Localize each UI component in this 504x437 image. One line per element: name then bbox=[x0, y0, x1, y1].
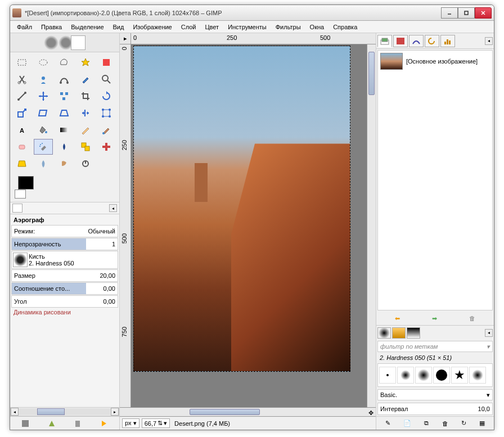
undo-tab-icon[interactable] bbox=[425, 35, 439, 47]
layers-list[interactable]: [Основное изображение] bbox=[377, 50, 493, 310]
tool-pencil[interactable] bbox=[76, 122, 95, 138]
paths-tab-icon[interactable] bbox=[409, 35, 424, 47]
delete-brush-icon[interactable]: 🗑 bbox=[442, 420, 448, 427]
tool-ink[interactable] bbox=[55, 139, 74, 155]
layers-tab-icon[interactable] bbox=[377, 35, 392, 47]
tool-rect-select[interactable] bbox=[12, 55, 32, 70]
tool-crop[interactable] bbox=[76, 88, 95, 104]
tool-scissors[interactable] bbox=[12, 71, 32, 87]
tool-align[interactable] bbox=[55, 88, 74, 104]
tool-eraser[interactable] bbox=[12, 139, 32, 155]
menu-help[interactable]: Справка bbox=[330, 22, 361, 31]
mode-value[interactable]: Обычный bbox=[86, 228, 118, 235]
open-as-image-icon[interactable]: ▦ bbox=[479, 420, 485, 427]
tool-cage[interactable] bbox=[97, 105, 116, 121]
angle-field[interactable]: Угол 0,00 bbox=[11, 295, 118, 308]
tool-text[interactable]: A bbox=[12, 122, 32, 138]
tool-foreground-select[interactable] bbox=[34, 71, 53, 87]
refresh-brush-icon[interactable]: ↻ bbox=[461, 420, 466, 427]
tool-blend[interactable] bbox=[55, 122, 74, 138]
tool-measure[interactable] bbox=[12, 88, 32, 104]
brushes-tab-icon[interactable] bbox=[377, 327, 391, 339]
scroll-left-icon[interactable]: ◂ bbox=[11, 408, 19, 416]
gradients-tab-icon[interactable] bbox=[407, 327, 420, 339]
tool-blur[interactable] bbox=[34, 156, 53, 172]
duplicate-brush-icon[interactable]: ⧉ bbox=[424, 420, 429, 427]
layer-item[interactable]: [Основное изображение] bbox=[378, 51, 492, 72]
minimize-button[interactable] bbox=[441, 7, 458, 19]
menu-select[interactable]: Выделение bbox=[68, 22, 107, 31]
tool-flip[interactable] bbox=[76, 105, 95, 121]
options-hscroll[interactable]: ◂ ▸ bbox=[10, 407, 119, 416]
restore-preset-icon[interactable] bbox=[47, 419, 56, 428]
tool-rotate[interactable] bbox=[97, 88, 116, 104]
brush-selector[interactable]: Кисть 2. Hardness 050 bbox=[11, 251, 118, 269]
brush-filter-input[interactable]: фильтр по меткам ▾ bbox=[377, 341, 493, 352]
tool-perspective-clone[interactable] bbox=[12, 156, 32, 172]
tool-airbrush[interactable] bbox=[34, 139, 53, 155]
background-color[interactable] bbox=[15, 190, 26, 199]
maximize-button[interactable] bbox=[458, 7, 475, 19]
menu-color[interactable]: Цвет bbox=[201, 22, 222, 31]
menu-view[interactable]: Вид bbox=[110, 22, 128, 31]
panel-menu-icon[interactable]: ◂ bbox=[485, 37, 493, 45]
size-field[interactable]: Размер 20,00 bbox=[11, 269, 118, 282]
opacity-slider[interactable]: Непрозрачность 1 bbox=[11, 238, 118, 250]
delete-layer-icon[interactable]: 🗑 bbox=[469, 315, 475, 322]
tool-bucket-fill[interactable] bbox=[34, 122, 53, 138]
brush-hard-icon[interactable] bbox=[436, 370, 447, 381]
menu-image[interactable]: Изображение bbox=[129, 22, 175, 31]
panel-menu-icon[interactable]: ◂ bbox=[485, 329, 493, 337]
tool-ellipse-select[interactable] bbox=[34, 55, 53, 70]
menu-filters[interactable]: Фильтры bbox=[272, 22, 304, 31]
color-swatches[interactable] bbox=[10, 174, 119, 202]
tool-color-picker[interactable] bbox=[76, 71, 95, 87]
new-brush-icon[interactable]: 📄 bbox=[403, 420, 411, 427]
tool-perspective[interactable] bbox=[55, 105, 74, 121]
aspect-ratio-field[interactable]: Соотношение сто... 0,00 bbox=[11, 282, 118, 295]
tool-shear[interactable] bbox=[34, 105, 53, 121]
next-layer-icon[interactable]: ➡ bbox=[432, 315, 437, 322]
tool-smudge[interactable] bbox=[55, 156, 74, 172]
brush-star-icon[interactable]: ★ bbox=[454, 368, 465, 382]
brush-soft-icon[interactable] bbox=[417, 369, 430, 381]
tool-color-select[interactable] bbox=[97, 55, 116, 70]
panel-menu-icon[interactable]: ◂ bbox=[109, 204, 117, 212]
foreground-color[interactable] bbox=[18, 176, 34, 190]
tool-scale[interactable] bbox=[12, 105, 32, 121]
quick-mask-icon[interactable] bbox=[120, 408, 131, 416]
brush-soft-icon[interactable] bbox=[400, 370, 411, 380]
histogram-tab-icon[interactable] bbox=[440, 35, 455, 47]
ruler-corner[interactable]: ▸ bbox=[120, 33, 131, 44]
canvas-vscroll[interactable] bbox=[367, 44, 376, 407]
close-button[interactable] bbox=[475, 7, 492, 19]
edit-brush-icon[interactable]: ✎ bbox=[385, 420, 390, 427]
canvas[interactable] bbox=[131, 44, 367, 407]
save-preset-icon[interactable] bbox=[21, 419, 30, 428]
image-content[interactable] bbox=[133, 46, 350, 372]
brush-grid[interactable]: ★ bbox=[377, 363, 493, 387]
zoom-selector[interactable]: 66,7⇅▾ bbox=[142, 418, 170, 428]
tool-options-tab-icon[interactable] bbox=[12, 204, 22, 213]
canvas-hscroll[interactable] bbox=[131, 408, 366, 416]
scroll-right-icon[interactable]: ▸ bbox=[111, 408, 119, 416]
menu-file[interactable]: Файл bbox=[14, 22, 35, 31]
menu-windows[interactable]: Окна bbox=[307, 22, 328, 31]
tool-dodge[interactable] bbox=[76, 156, 95, 172]
menu-tools[interactable]: Инструменты bbox=[224, 22, 270, 31]
tool-paths[interactable] bbox=[55, 71, 74, 87]
tool-zoom[interactable] bbox=[97, 71, 116, 87]
tool-paintbrush[interactable] bbox=[97, 122, 116, 138]
brush-dot-icon[interactable] bbox=[386, 374, 389, 376]
delete-preset-icon[interactable] bbox=[73, 419, 82, 428]
reset-icon[interactable] bbox=[100, 419, 109, 428]
tool-fuzzy-select[interactable] bbox=[76, 55, 95, 70]
tool-free-select[interactable] bbox=[55, 55, 74, 70]
tool-heal[interactable] bbox=[97, 139, 116, 155]
menu-edit[interactable]: Правка bbox=[38, 22, 65, 31]
brush-soft-icon[interactable] bbox=[472, 370, 483, 381]
prev-layer-icon[interactable]: ⬅ bbox=[395, 315, 400, 322]
channels-tab-icon[interactable] bbox=[393, 35, 408, 47]
unit-selector[interactable]: px ▾ bbox=[122, 418, 140, 428]
interval-field[interactable]: Интервал 10,0 bbox=[377, 403, 493, 415]
